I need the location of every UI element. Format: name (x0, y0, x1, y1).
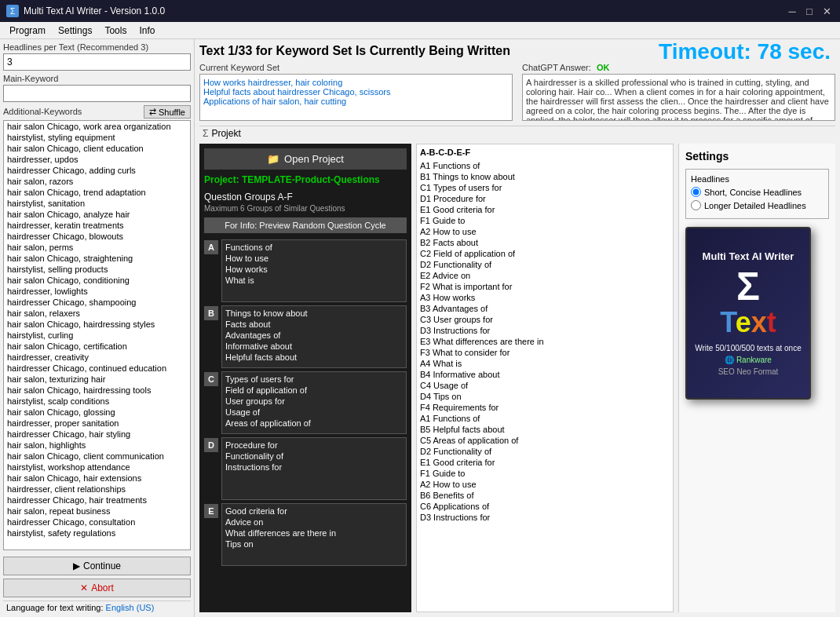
list-item[interactable]: hairstylist, selling products (4, 264, 190, 275)
main-keyword-input[interactable] (3, 85, 191, 102)
additional-keywords-label: Additional-Keywords (3, 107, 82, 116)
list-item[interactable]: hairdresser Chicago, continued education (4, 363, 190, 374)
list-item[interactable]: hair salon Chicago, analyze hair (4, 209, 190, 220)
group-list-box[interactable]: Functions ofHow to useHow worksWhat is (221, 239, 407, 302)
menu-settings[interactable]: Settings (52, 24, 98, 38)
menu-info[interactable]: Info (133, 24, 161, 38)
list-item[interactable]: hair salon, relaxers (4, 308, 190, 319)
list-item[interactable]: hairdresser, client relationships (4, 484, 190, 495)
list-item[interactable]: hair salon, perms (4, 242, 190, 253)
list-item[interactable]: Good criteria for (225, 506, 403, 517)
group-list-box[interactable]: Types of users forField of application o… (221, 371, 407, 434)
list-item[interactable]: hairdresser, keratin treatments (4, 220, 190, 231)
list-item[interactable]: hairdresser Chicago, adding curls (4, 165, 190, 176)
list-item[interactable]: Functions of (225, 242, 403, 253)
list-item[interactable]: hairdresser, creativity (4, 352, 190, 363)
list-item[interactable]: Usage of (225, 407, 403, 418)
abort-button[interactable]: ✕ Abort (3, 579, 191, 597)
list-item[interactable]: Functionality of (225, 451, 403, 462)
short-headlines-label: Short, Concise Headlines (704, 188, 802, 197)
list-item[interactable]: hair salon Chicago, glossing (4, 407, 190, 418)
list-item[interactable]: hair salon Chicago, client communication (4, 451, 190, 462)
abcdef-item: B5 Helpful facts about (420, 424, 670, 435)
menu-tools[interactable]: Tools (98, 24, 133, 38)
list-item[interactable]: hair salon Chicago, client education (4, 143, 190, 154)
group-list-box[interactable]: Things to know aboutFacts aboutAdvantage… (221, 305, 407, 368)
list-item[interactable]: hairdresser Chicago, consultation (4, 517, 190, 528)
list-item[interactable]: hair salon Chicago, conditioning (4, 275, 190, 286)
continue-button[interactable]: ▶ Continue (3, 557, 191, 575)
list-item[interactable]: Field of application of (225, 385, 403, 396)
list-item[interactable]: hairdresser Chicago, shampooing (4, 297, 190, 308)
list-item[interactable]: Types of users for (225, 374, 403, 385)
list-item[interactable]: hairstylist, safety regulations (4, 528, 190, 539)
additional-keywords-list[interactable]: hair salon Chicago, work area organizati… (3, 120, 191, 550)
keyword-link[interactable]: Helpful facts about hairdresser Chicago,… (203, 87, 509, 97)
abort-label: Abort (91, 582, 114, 593)
groups-subtitle: Maximum 6 Groups of Similar Questions (204, 204, 407, 213)
list-item[interactable]: hairdresser Chicago, hair treatments (4, 495, 190, 506)
list-item[interactable]: What differences are there in (225, 528, 403, 539)
list-item[interactable]: hairstylist, workshop attendance (4, 462, 190, 473)
list-item[interactable]: hair salon Chicago, trend adaptation (4, 187, 190, 198)
open-project-label: Open Project (284, 153, 344, 165)
groups-title: Question Groups A-F (204, 192, 407, 203)
shuffle-button[interactable]: ⇄ Shuffle (144, 105, 191, 119)
group-list-box[interactable]: Procedure forFunctionality ofInstruction… (221, 437, 407, 500)
list-item[interactable]: hair salon, repeat business (4, 506, 190, 517)
list-item[interactable]: hairdresser, lowlights (4, 286, 190, 297)
headlines-per-text-input[interactable] (3, 53, 191, 71)
open-project-button[interactable]: 📁 Open Project (204, 148, 407, 170)
list-item[interactable]: hairdresser Chicago, blowouts (4, 231, 190, 242)
list-item[interactable]: hair salon, texturizing hair (4, 374, 190, 385)
list-item[interactable]: Helpful facts about (225, 352, 403, 363)
list-item[interactable]: How to use (225, 253, 403, 264)
longer-headlines-radio[interactable] (691, 200, 701, 210)
group-list-box[interactable]: Good criteria forAdvice onWhat differenc… (221, 503, 407, 566)
list-item[interactable]: How works (225, 264, 403, 275)
list-item[interactable]: hairstylist, sanitation (4, 198, 190, 209)
short-headlines-option[interactable]: Short, Concise Headlines (691, 187, 824, 197)
list-item[interactable]: hairstylist, scalp conditions (4, 396, 190, 407)
longer-headlines-option[interactable]: Longer Detailed Headlines (691, 200, 824, 210)
list-item[interactable]: User groups for (225, 396, 403, 407)
headlines-section-label: Headlines (691, 174, 824, 184)
list-item[interactable]: Instructions for (225, 462, 403, 473)
list-item[interactable]: hairdresser Chicago, hair styling (4, 429, 190, 440)
list-item[interactable]: hairdresser, updos (4, 154, 190, 165)
list-item[interactable]: Areas of application of (225, 418, 403, 429)
list-item[interactable]: Tips on (225, 539, 403, 549)
list-item[interactable]: hairstylist, curling (4, 330, 190, 341)
shuffle-icon: ⇄ (149, 107, 156, 117)
list-item[interactable]: hair salon, razors (4, 176, 190, 187)
list-item[interactable]: hair salon Chicago, certification (4, 341, 190, 352)
abcdef-item: C5 Areas of application of (420, 435, 670, 446)
short-headlines-radio[interactable] (691, 187, 701, 197)
list-item[interactable]: Advantages of (225, 330, 403, 341)
list-item[interactable]: hair salon Chicago, straightening (4, 253, 190, 264)
maximize-button[interactable]: □ (802, 4, 816, 18)
chatgpt-answer-box: A hairdresser is a skilled professional … (522, 74, 835, 121)
abcdef-item: C4 Usage of (420, 380, 670, 391)
list-item[interactable]: Procedure for (225, 440, 403, 451)
list-item[interactable]: hair salon Chicago, work area organizati… (4, 121, 190, 132)
list-item[interactable]: Advice on (225, 517, 403, 528)
list-item[interactable]: hair salon Chicago, hairdressing tools (4, 385, 190, 396)
list-item[interactable]: What is (225, 275, 403, 286)
list-item[interactable]: hair salon Chicago, hair extensions (4, 473, 190, 484)
minimize-button[interactable]: ─ (785, 4, 799, 18)
list-item[interactable]: Facts about (225, 319, 403, 330)
window-controls[interactable]: ─ □ ✕ (785, 4, 834, 18)
list-item[interactable]: hairdresser, proper sanitation (4, 418, 190, 429)
list-item[interactable]: Things to know about (225, 308, 403, 319)
close-button[interactable]: ✕ (820, 4, 834, 18)
list-item[interactable]: hair salon Chicago, hairdressing styles (4, 319, 190, 330)
headlines-per-text-label: Headlines per Text (Recommended 3) (3, 42, 191, 52)
list-item[interactable]: Informative about (225, 341, 403, 352)
preview-button[interactable]: For Info: Preview Random Question Cycle (204, 217, 407, 233)
list-item[interactable]: hairstylist, styling equipment (4, 132, 190, 143)
menu-program[interactable]: Program (3, 24, 52, 38)
keyword-link[interactable]: Applications of hair salon, hair cutting (203, 97, 509, 106)
keyword-link[interactable]: How works hairdresser, hair coloring (203, 78, 509, 87)
list-item[interactable]: hair salon, highlights (4, 440, 190, 451)
